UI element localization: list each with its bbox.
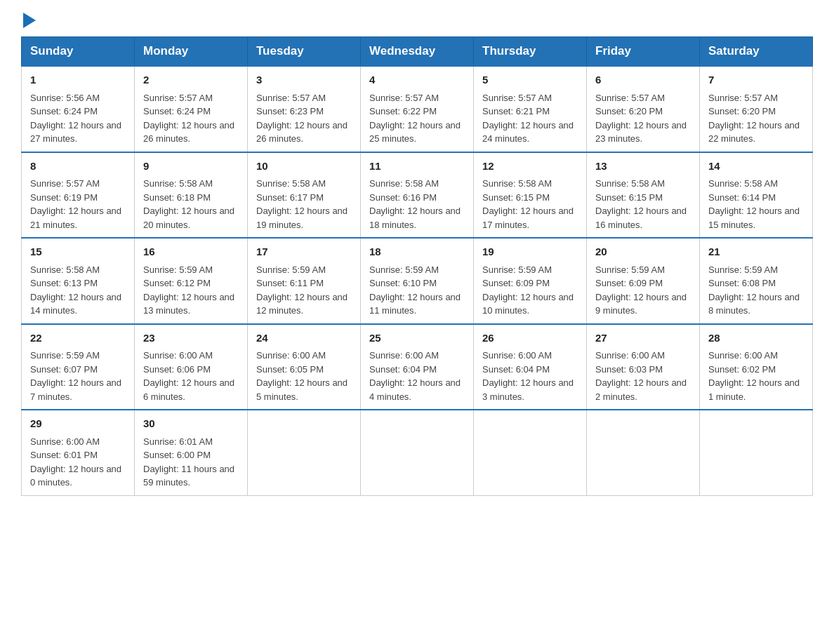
calendar-day-cell: 26 Sunrise: 6:00 AM Sunset: 6:04 PM Dayl… [474, 324, 587, 410]
day-sunrise: Sunrise: 5:57 AM [595, 93, 665, 103]
day-number: 15 [30, 244, 126, 260]
day-sunset: Sunset: 6:19 PM [30, 192, 98, 203]
calendar-day-cell: 20 Sunrise: 5:59 AM Sunset: 6:09 PM Dayl… [587, 238, 700, 324]
weekday-header-friday: Friday [587, 37, 700, 67]
day-sunset: Sunset: 6:00 PM [143, 450, 211, 460]
day-sunrise: Sunrise: 5:58 AM [30, 264, 100, 275]
day-number: 21 [708, 244, 804, 260]
day-number: 17 [256, 244, 352, 260]
weekday-header-thursday: Thursday [474, 37, 587, 67]
day-daylight: Daylight: 12 hours and 9 minutes. [595, 292, 687, 316]
calendar-day-cell: 12 Sunrise: 5:58 AM Sunset: 6:15 PM Dayl… [474, 152, 587, 239]
day-sunrise: Sunrise: 5:57 AM [482, 93, 552, 103]
calendar-day-cell: 10 Sunrise: 5:58 AM Sunset: 6:17 PM Dayl… [248, 152, 361, 239]
day-number: 28 [708, 330, 804, 347]
day-sunrise: Sunrise: 5:57 AM [369, 93, 439, 103]
day-sunset: Sunset: 6:20 PM [708, 106, 776, 116]
day-sunset: Sunset: 6:22 PM [369, 106, 437, 116]
calendar-day-cell: 21 Sunrise: 5:59 AM Sunset: 6:08 PM Dayl… [700, 238, 813, 324]
day-number: 13 [595, 159, 691, 175]
calendar-day-cell [587, 410, 700, 495]
day-sunset: Sunset: 6:06 PM [143, 364, 211, 375]
day-number: 26 [482, 330, 578, 347]
day-sunrise: Sunrise: 6:01 AM [143, 436, 213, 447]
day-sunrise: Sunrise: 6:00 AM [595, 350, 665, 361]
day-number: 16 [143, 244, 239, 260]
day-number: 6 [595, 72, 691, 88]
calendar-day-cell: 4 Sunrise: 5:57 AM Sunset: 6:22 PM Dayli… [361, 66, 474, 152]
day-sunrise: Sunrise: 5:59 AM [482, 264, 552, 275]
day-daylight: Daylight: 12 hours and 26 minutes. [143, 120, 234, 145]
calendar-day-cell: 3 Sunrise: 5:57 AM Sunset: 6:23 PM Dayli… [248, 66, 361, 152]
day-daylight: Daylight: 12 hours and 27 minutes. [30, 120, 121, 145]
day-number: 1 [30, 72, 126, 88]
day-sunrise: Sunrise: 5:58 AM [708, 178, 778, 189]
calendar-day-cell: 15 Sunrise: 5:58 AM Sunset: 6:13 PM Dayl… [22, 238, 135, 324]
calendar-week-row: 29 Sunrise: 6:00 AM Sunset: 6:01 PM Dayl… [22, 410, 813, 495]
calendar-day-cell [474, 410, 587, 495]
day-sunrise: Sunrise: 5:59 AM [369, 264, 439, 275]
calendar-day-cell: 2 Sunrise: 5:57 AM Sunset: 6:24 PM Dayli… [135, 66, 248, 152]
day-number: 4 [369, 72, 465, 88]
day-number: 2 [143, 72, 239, 88]
day-sunrise: Sunrise: 5:59 AM [143, 264, 213, 275]
day-daylight: Daylight: 11 hours and 59 minutes. [143, 464, 234, 488]
weekday-header-wednesday: Wednesday [361, 37, 474, 67]
calendar-day-cell: 17 Sunrise: 5:59 AM Sunset: 6:11 PM Dayl… [248, 238, 361, 324]
day-sunrise: Sunrise: 5:58 AM [482, 178, 552, 189]
day-number: 9 [143, 159, 239, 175]
day-daylight: Daylight: 12 hours and 11 minutes. [369, 292, 461, 316]
day-sunset: Sunset: 6:21 PM [482, 106, 550, 116]
day-sunrise: Sunrise: 6:00 AM [369, 350, 439, 361]
day-sunrise: Sunrise: 5:57 AM [256, 93, 326, 103]
day-sunrise: Sunrise: 5:58 AM [256, 178, 326, 189]
day-sunrise: Sunrise: 6:00 AM [30, 436, 100, 447]
day-sunset: Sunset: 6:12 PM [143, 278, 211, 288]
day-sunset: Sunset: 6:04 PM [482, 364, 550, 375]
day-sunrise: Sunrise: 5:57 AM [708, 93, 778, 103]
day-number: 5 [482, 72, 578, 88]
day-sunset: Sunset: 6:11 PM [256, 278, 324, 288]
day-number: 20 [595, 244, 691, 260]
day-number: 19 [482, 244, 578, 260]
day-number: 11 [369, 159, 465, 175]
day-daylight: Daylight: 12 hours and 24 minutes. [482, 120, 574, 145]
calendar-day-cell: 23 Sunrise: 6:00 AM Sunset: 6:06 PM Dayl… [135, 324, 248, 410]
day-daylight: Daylight: 12 hours and 25 minutes. [369, 120, 461, 145]
day-sunrise: Sunrise: 6:00 AM [482, 350, 552, 361]
day-sunset: Sunset: 6:14 PM [708, 192, 776, 203]
weekday-header-saturday: Saturday [700, 37, 813, 67]
day-sunrise: Sunrise: 5:58 AM [595, 178, 665, 189]
calendar-day-cell: 30 Sunrise: 6:01 AM Sunset: 6:00 PM Dayl… [135, 410, 248, 495]
page-header [21, 14, 813, 29]
day-sunset: Sunset: 6:07 PM [30, 364, 98, 375]
weekday-header-sunday: Sunday [22, 37, 135, 67]
calendar-day-cell [248, 410, 361, 495]
day-daylight: Daylight: 12 hours and 19 minutes. [256, 206, 348, 230]
day-sunrise: Sunrise: 6:00 AM [256, 350, 326, 361]
day-sunset: Sunset: 6:15 PM [595, 192, 663, 203]
calendar-table: SundayMondayTuesdayWednesdayThursdayFrid… [21, 36, 813, 496]
calendar-day-cell: 27 Sunrise: 6:00 AM Sunset: 6:03 PM Dayl… [587, 324, 700, 410]
day-sunset: Sunset: 6:09 PM [482, 278, 550, 288]
calendar-day-cell: 14 Sunrise: 5:58 AM Sunset: 6:14 PM Dayl… [700, 152, 813, 239]
day-daylight: Daylight: 12 hours and 10 minutes. [482, 292, 574, 316]
day-daylight: Daylight: 12 hours and 23 minutes. [595, 120, 687, 145]
day-sunrise: Sunrise: 6:00 AM [143, 350, 213, 361]
day-sunrise: Sunrise: 5:57 AM [30, 178, 100, 189]
day-daylight: Daylight: 12 hours and 3 minutes. [482, 377, 574, 402]
day-sunrise: Sunrise: 5:59 AM [30, 350, 100, 361]
day-sunrise: Sunrise: 5:59 AM [708, 264, 778, 275]
calendar-day-cell: 25 Sunrise: 6:00 AM Sunset: 6:04 PM Dayl… [361, 324, 474, 410]
calendar-day-cell: 19 Sunrise: 5:59 AM Sunset: 6:09 PM Dayl… [474, 238, 587, 324]
day-number: 24 [256, 330, 352, 347]
logo-triangle-icon [23, 13, 36, 28]
day-daylight: Daylight: 12 hours and 5 minutes. [256, 377, 348, 402]
day-sunrise: Sunrise: 5:56 AM [30, 93, 100, 103]
calendar-day-cell: 6 Sunrise: 5:57 AM Sunset: 6:20 PM Dayli… [587, 66, 700, 152]
day-number: 30 [143, 416, 239, 432]
day-sunrise: Sunrise: 5:58 AM [143, 178, 213, 189]
day-sunrise: Sunrise: 5:59 AM [256, 264, 326, 275]
day-sunrise: Sunrise: 5:59 AM [595, 264, 665, 275]
calendar-day-cell: 29 Sunrise: 6:00 AM Sunset: 6:01 PM Dayl… [22, 410, 135, 495]
